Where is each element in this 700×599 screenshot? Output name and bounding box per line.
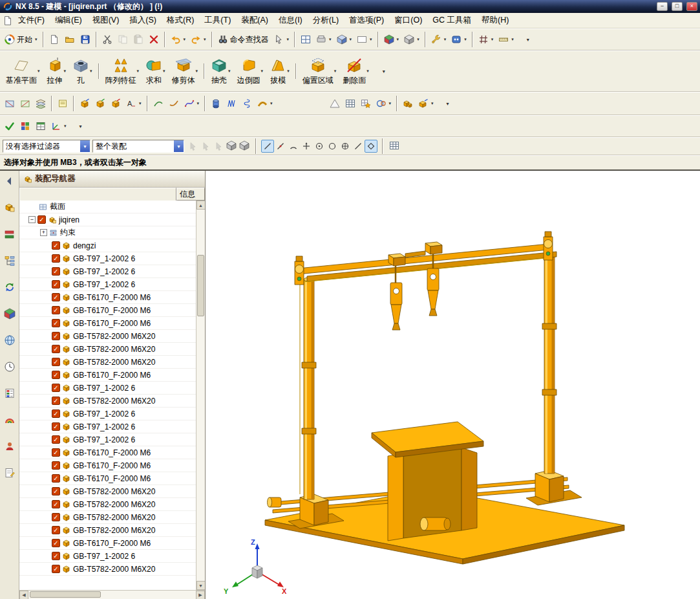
hd3d-tools-tab[interactable] [2, 306, 17, 321]
menu-item-3[interactable]: 视图(V) [87, 14, 125, 27]
tree-row[interactable]: ✓GB-T5782-2000 M6X20 [19, 511, 196, 524]
component-checkbox[interactable]: ✓ [52, 500, 60, 508]
gc-toolbox2-button[interactable]: ▾ [416, 94, 436, 113]
menu-item-11[interactable]: 窗口(O) [389, 14, 427, 27]
dropdown-arrow-icon[interactable]: ▼ [174, 140, 184, 152]
dropdown-arrow-icon[interactable]: ▾ [397, 37, 399, 42]
snap-point-on-curve-button[interactable] [352, 140, 365, 153]
tree-row[interactable]: ✓GB-T6170_F-2000 M6 [19, 472, 196, 485]
menu-item-4[interactable]: 插入(S) [124, 14, 162, 27]
draft-button[interactable]: 拔模▾ [266, 52, 293, 90]
window-layout-button[interactable] [298, 30, 313, 49]
component-checkbox[interactable]: ✓ [52, 332, 60, 340]
minimize-button[interactable]: − [657, 2, 668, 11]
dropdown-arrow-icon[interactable]: ▾ [197, 101, 200, 106]
component-checkbox[interactable]: ✓ [52, 513, 60, 521]
edit-section-button[interactable] [17, 94, 33, 113]
dropdown-arrow-icon[interactable]: ▾ [35, 37, 37, 42]
menu-item-8[interactable]: 信息(I) [273, 14, 308, 27]
tree-row[interactable]: ✓GB-T97_1-2002 6 [19, 278, 196, 291]
delete-button[interactable] [146, 30, 162, 49]
component-checkbox[interactable]: ✓ [52, 319, 60, 327]
tree-row[interactable]: ✓GB-T5782-2000 M6X20 [19, 563, 196, 576]
view-section-button[interactable] [2, 94, 17, 113]
tree-row[interactable]: ✓GB-T5782-2000 M6X20 [19, 343, 196, 356]
component-checkbox[interactable]: ✓ [52, 526, 60, 534]
display-mode-button[interactable]: ▾ [313, 30, 334, 49]
dropdown-arrow-icon[interactable]: ▾ [64, 124, 67, 129]
menu-item-6[interactable]: 工具(T) [199, 14, 236, 27]
new-button[interactable] [47, 30, 62, 49]
dropdown-arrow-icon[interactable]: ▾ [261, 69, 264, 74]
gc-toolbox-button[interactable] [400, 94, 416, 113]
move-component-button[interactable]: ▾ [48, 117, 69, 135]
assembly-navigator-tab[interactable] [2, 200, 17, 215]
3d-model-gantry-assembly[interactable]: Z X Y [206, 171, 700, 599]
text-feature-button[interactable]: A▾ [123, 94, 144, 113]
component-checkbox[interactable]: ✓ [52, 358, 60, 366]
dropdown-arrow-icon[interactable]: ▾ [270, 101, 273, 106]
menu-item-9[interactable]: 分析(L) [308, 14, 344, 27]
undo-button[interactable]: ▾ [168, 30, 189, 49]
component-checkbox[interactable]: ✓ [52, 539, 60, 547]
component-checkbox[interactable]: ✓ [52, 280, 60, 289]
tube-button[interactable]: ▾ [255, 94, 275, 113]
tool-palettes-button[interactable]: ▾ [449, 30, 469, 49]
history-tab[interactable] [2, 359, 17, 375]
tree-row[interactable]: ✓GB-T97_1-2002 6 [19, 420, 196, 433]
roles-tab[interactable] [2, 439, 17, 454]
tree-row[interactable]: ✓GB-T97_1-2002 6 [19, 382, 196, 395]
intersection-curve-button[interactable] [151, 94, 166, 113]
tree-row[interactable]: ✓GB-T6170_F-2000 M6 [19, 291, 196, 304]
tree-item-jiqiren[interactable]: −✓jiqiren [19, 213, 196, 226]
dropdown-arrow-icon[interactable]: ▾ [204, 37, 206, 42]
component-checkbox[interactable]: ✓ [52, 552, 60, 560]
menu-item-2[interactable]: 编辑(E) [50, 14, 87, 27]
sequence-button[interactable] [17, 117, 33, 135]
tree-row[interactable]: ✓GB-T97_1-2002 6 [19, 433, 196, 446]
dropdown-arrow-icon[interactable]: ▾ [137, 69, 140, 74]
grid-button[interactable]: ▾ [476, 30, 496, 49]
snap-midpoint-button[interactable] [365, 140, 377, 153]
pattern-feature-button[interactable]: 阵列特征▾ [102, 52, 143, 90]
tree-row[interactable]: ✓GB-T5782-2000 M6X20 [19, 485, 196, 498]
dropdown-arrow-icon[interactable]: ▾ [444, 37, 447, 42]
toolbar-overflow-button[interactable]: ▾ [381, 67, 387, 76]
scroll-down-button[interactable]: ▼ [196, 581, 206, 590]
component-checkbox[interactable]: ✓ [52, 409, 60, 418]
edge-blend-button[interactable]: 边倒圆▾ [234, 52, 267, 90]
component-checkbox[interactable]: ✓ [52, 267, 60, 276]
datum-plane-button[interactable]: 基准平面▾ [3, 52, 43, 90]
tree-row[interactable]: ✓GB-T97_1-2002 6 [19, 550, 196, 563]
graphics-window[interactable]: Z X Y [206, 171, 700, 599]
component-checkbox[interactable]: ✓ [52, 422, 60, 431]
cylinder-button[interactable] [208, 94, 224, 113]
tree-row[interactable]: ✓GB-T5782-2000 M6X20 [19, 498, 196, 511]
tree-row[interactable]: ✓GB-T97_1-2002 6 [19, 408, 196, 420]
scroll-left-button[interactable]: ◀ [19, 591, 28, 599]
command-finder-button[interactable]: 命令查找器 [215, 30, 271, 49]
component-checkbox[interactable]: ✓ [52, 371, 60, 379]
measure-button[interactable]: ▾ [496, 30, 516, 49]
select-none-button[interactable] [199, 140, 212, 153]
open-button[interactable] [62, 30, 78, 49]
dropdown-arrow-icon[interactable]: ▾ [90, 69, 92, 74]
snap-circle-button[interactable] [326, 140, 339, 153]
shaded-view-button[interactable]: ▾ [334, 30, 355, 49]
scrollbar-track[interactable] [196, 210, 206, 581]
extrude-button[interactable]: 拉伸▾ [43, 52, 70, 90]
menu-item-7[interactable]: 装配(A) [236, 14, 273, 27]
tree-item-dengzi[interactable]: ✓dengzi [19, 239, 196, 252]
scrollbar-track[interactable] [28, 591, 196, 599]
toolbar-overflow-button[interactable]: ▾ [78, 122, 83, 131]
dropdown-arrow-icon[interactable]: ▾ [370, 37, 372, 42]
snap-options-button[interactable] [388, 139, 401, 152]
view-background-button[interactable]: ▾ [354, 30, 375, 49]
annotation-button[interactable] [55, 94, 70, 113]
gear-modeling-button[interactable]: ▾ [374, 94, 394, 113]
component-checkbox[interactable]: ✓ [52, 241, 60, 250]
tree-row[interactable]: ✓GB-T97_1-2002 6 [19, 252, 196, 265]
process-studio-tab[interactable] [2, 412, 17, 428]
tree-item-constraints[interactable]: +约束 [19, 226, 196, 239]
offset-face-button[interactable] [108, 94, 123, 113]
